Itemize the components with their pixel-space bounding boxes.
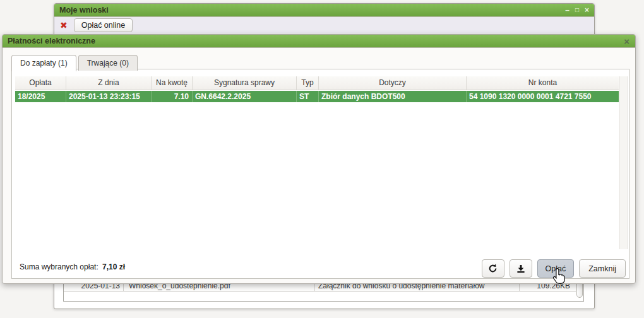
dialog-footer-buttons: Opłać Zamknij bbox=[482, 259, 626, 278]
cell-na-kwote: 7.10 bbox=[152, 91, 193, 102]
payments-tabs: Do zapłaty (1) Trwające (0) bbox=[11, 55, 138, 71]
pay-button[interactable]: Opłać bbox=[537, 259, 575, 278]
column-header[interactable]: Na kwotę bbox=[152, 76, 193, 90]
column-header[interactable]: Sygnatura sprawy bbox=[193, 76, 297, 90]
cancel-x-icon[interactable]: ✖ bbox=[60, 21, 68, 30]
column-header[interactable]: Dotyczy bbox=[319, 76, 467, 90]
window-titlebar[interactable]: Moje wnioski – □ × bbox=[54, 4, 594, 17]
cell-sygnatura: GN.6642.2.2025 bbox=[193, 91, 297, 102]
download-button[interactable] bbox=[510, 259, 532, 278]
sum-label: Suma wybranych opłat: 7,10 zł bbox=[20, 262, 125, 271]
column-header[interactable]: Typ bbox=[297, 76, 319, 90]
close-icon[interactable]: × bbox=[585, 4, 589, 16]
close-icon[interactable]: × bbox=[624, 36, 629, 47]
sum-value: 7,10 zł bbox=[102, 262, 125, 271]
tab-trwajace[interactable]: Trwające (0) bbox=[78, 55, 138, 71]
maximize-icon[interactable]: □ bbox=[575, 4, 579, 16]
dialog-platnosci-elektroniczne: Płatności elektroniczne × Do zapłaty (1)… bbox=[2, 34, 636, 284]
dialog-titlebar[interactable]: Płatności elektroniczne × bbox=[3, 35, 635, 48]
column-header[interactable]: Nr konta bbox=[467, 76, 619, 90]
sum-label-text: Suma wybranych opłat: bbox=[20, 262, 98, 271]
column-header[interactable]: Opłata bbox=[15, 76, 66, 90]
minimize-icon[interactable]: – bbox=[565, 4, 569, 16]
dialog-title: Płatności elektroniczne bbox=[8, 37, 95, 45]
vertical-scrollbar-track[interactable] bbox=[619, 76, 628, 249]
cell-z-dnia: 2025-01-13 23:23:15 bbox=[66, 91, 152, 102]
cell-dotyczy: Zbiór danych BDOT500 bbox=[319, 91, 467, 102]
refresh-icon bbox=[488, 264, 498, 273]
cell-oplata: 18/2025 bbox=[15, 91, 66, 102]
download-icon bbox=[516, 264, 525, 273]
tab-do-zaplaty[interactable]: Do zapłaty (1) bbox=[11, 55, 76, 71]
refresh-button[interactable] bbox=[482, 259, 504, 278]
tab-content-panel: Opłata Z dnia Na kwotę Sygnatura sprawy … bbox=[11, 69, 629, 279]
table-row-selected[interactable]: 18/2025 2025-01-13 23:23:15 7.10 GN.6642… bbox=[15, 91, 619, 102]
window-title: Moje wnioski bbox=[59, 6, 109, 15]
column-header[interactable]: Z dnia bbox=[66, 76, 152, 90]
pay-online-button[interactable]: Opłać online bbox=[74, 18, 133, 32]
payments-table-header: Opłata Z dnia Na kwotę Sygnatura sprawy … bbox=[15, 76, 619, 90]
window-toolbar: ✖ Opłać online bbox=[54, 17, 594, 33]
cell-nr-konta: 54 1090 1320 0000 0001 4721 7550 bbox=[467, 91, 619, 102]
cell-typ: ST bbox=[297, 91, 319, 102]
close-dialog-button[interactable]: Zamknij bbox=[579, 259, 626, 278]
